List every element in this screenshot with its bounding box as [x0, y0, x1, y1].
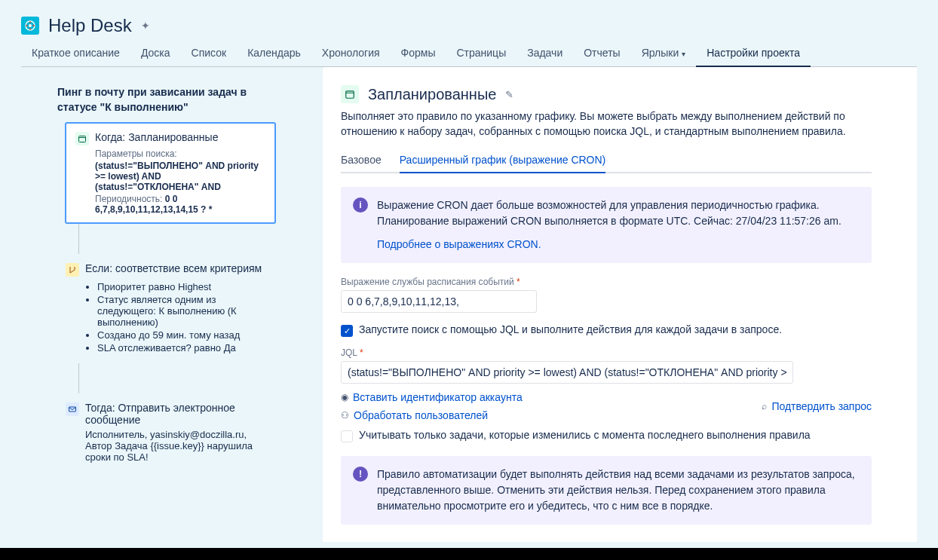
- users-icon: ⚇: [341, 410, 349, 421]
- trigger-title: Когда: Запланированные: [95, 131, 218, 143]
- cron-info-panel: i Выражение CRON дает больше возможносте…: [341, 187, 872, 263]
- edit-icon[interactable]: ✎: [505, 89, 513, 100]
- warning-text: Правило автоматизации будет выполнять де…: [377, 467, 860, 514]
- tab-issues[interactable]: Задачи: [517, 41, 573, 66]
- config-title: Запланированные: [368, 86, 496, 103]
- search-icon: ⌕: [762, 401, 767, 412]
- run-jql-checkbox[interactable]: ✓: [341, 325, 353, 337]
- branch-icon: [66, 263, 79, 277]
- info-icon: i: [353, 197, 368, 213]
- jql-input[interactable]: [341, 361, 793, 384]
- action-title: Тогда: Отправить электронное сообщение: [85, 402, 266, 426]
- run-jql-label: Запустите поиск с помощью JQL и выполнит…: [359, 323, 782, 335]
- trigger-period: Периодичность: 0 0 6,7,8,9,10,11,12,13,1…: [95, 194, 265, 215]
- tab-summary[interactable]: Краткое описание: [21, 41, 130, 66]
- warning-icon: !: [353, 467, 368, 482]
- calendar-icon: [75, 132, 89, 145]
- tab-basic-schedule[interactable]: Базовое: [341, 151, 382, 172]
- project-title: Help Desk: [48, 15, 132, 36]
- tab-pages[interactable]: Страницы: [446, 41, 517, 66]
- tab-timeline[interactable]: Хронология: [311, 41, 391, 66]
- tab-calendar[interactable]: Календарь: [237, 41, 311, 66]
- rule-sidebar: Пинг в почту при зависании задач в стату…: [21, 67, 323, 542]
- tab-cron-schedule[interactable]: Расширенный график (выражение CRON): [400, 151, 606, 172]
- tab-project-settings[interactable]: Настройки проекта: [696, 41, 811, 66]
- cron-info-text: Выражение CRON дает больше возможностей …: [377, 199, 841, 227]
- cron-input[interactable]: [341, 290, 537, 313]
- mail-icon: [66, 402, 79, 416]
- validate-query-link[interactable]: ⌕Подтвердить запрос: [762, 400, 872, 412]
- action-card[interactable]: Тогда: Отправить электронное сообщение И…: [65, 393, 276, 471]
- window-border: [0, 548, 938, 560]
- user-icon: ◉: [341, 392, 348, 402]
- config-description: Выполняет это правило по указанному граф…: [341, 109, 872, 139]
- rule-name: Пинг в почту при зависании задач в стату…: [57, 85, 284, 115]
- condition-card[interactable]: Если: соответствие всем критериям Приори…: [65, 254, 276, 363]
- condition-criteria: Приоритет равно Highest Статус является …: [97, 281, 266, 353]
- only-changed-label: Учитывать только задачи, которые изменил…: [359, 429, 811, 441]
- star-icon[interactable]: ✦: [141, 20, 150, 32]
- insert-account-link[interactable]: ◉Вставить идентификатор аккаунта: [341, 391, 523, 403]
- calendar-icon: [341, 85, 359, 103]
- warning-panel: ! Правило автоматизации будет выполнять …: [341, 456, 872, 525]
- tab-labels[interactable]: Ярлыки▾: [631, 41, 697, 66]
- trigger-params-label: Параметры поиска:: [95, 148, 265, 159]
- chevron-down-icon: ▾: [682, 50, 685, 58]
- trigger-jql: (status!="ВЫПОЛНЕНО" AND priority >= low…: [95, 161, 265, 192]
- only-changed-checkbox[interactable]: [341, 430, 353, 442]
- svg-point-1: [29, 24, 32, 27]
- process-users-link[interactable]: ⚇Обработать пользователей: [341, 409, 523, 421]
- cron-field-label: Выражение службы расписания событий *: [341, 277, 872, 287]
- tab-list[interactable]: Список: [181, 41, 238, 66]
- cron-docs-link[interactable]: Подробнее о выражениях CRON.: [377, 237, 541, 252]
- tab-forms[interactable]: Формы: [391, 41, 446, 66]
- action-body: Исполнитель, yasinskiy@doczilla.ru, Авто…: [85, 429, 266, 463]
- tab-board[interactable]: Доска: [130, 41, 181, 66]
- tab-reports[interactable]: Отчеты: [573, 41, 630, 66]
- trigger-card[interactable]: Когда: Запланированные Параметры поиска:…: [65, 122, 276, 224]
- schedule-tabs: Базовое Расширенный график (выражение CR…: [341, 151, 872, 173]
- project-tabs: Краткое описание Доска Список Календарь …: [21, 41, 917, 67]
- project-logo: [21, 17, 39, 35]
- trigger-config-panel: Запланированные ✎ Выполняет это правило …: [323, 67, 917, 542]
- jql-field-label: JQL *: [341, 347, 872, 358]
- svg-rect-4: [346, 91, 354, 98]
- condition-title: Если: соответствие всем критериям: [85, 262, 262, 274]
- svg-rect-2: [79, 136, 86, 142]
